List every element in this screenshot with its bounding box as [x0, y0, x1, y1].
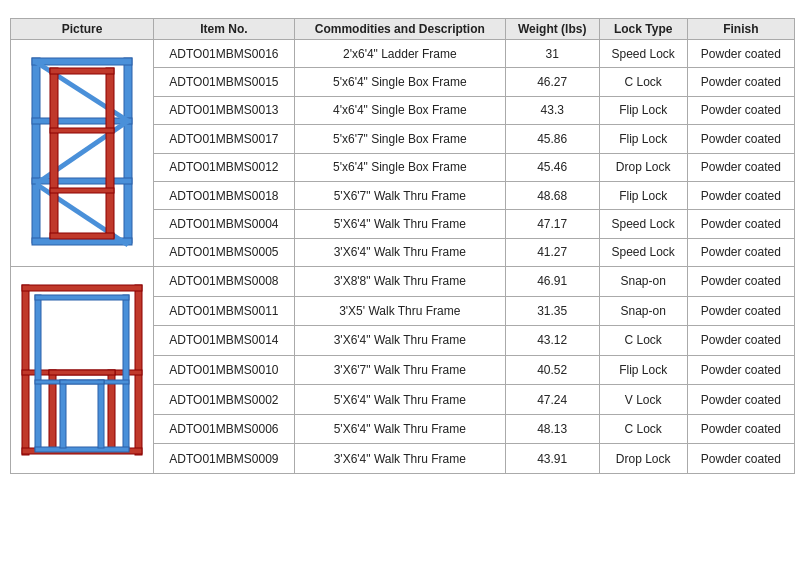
finish: Powder coated [687, 385, 794, 415]
finish: Powder coated [687, 267, 794, 297]
item-no: ADTO01MBMS0015 [154, 68, 295, 96]
lock-type: C Lock [599, 414, 687, 444]
svg-rect-11 [50, 68, 114, 74]
col-header-lock-type: Lock Type [599, 19, 687, 40]
item-no: ADTO01MBMS0012 [154, 153, 295, 181]
weight: 47.17 [505, 210, 599, 238]
weight: 40.52 [505, 355, 599, 385]
col-header-finish: Finish [687, 19, 794, 40]
lock-type: Snap-on [599, 296, 687, 326]
col-header-weight: Weight (lbs) [505, 19, 599, 40]
weight: 48.13 [505, 414, 599, 444]
weight: 45.86 [505, 125, 599, 153]
description: 3'X6'7" Walk Thru Frame [294, 355, 505, 385]
description: 3'X6'4" Walk Thru Frame [294, 326, 505, 356]
svg-rect-17 [22, 285, 142, 291]
svg-rect-0 [32, 58, 40, 243]
finish: Powder coated [687, 153, 794, 181]
item-no: ADTO01MBMS0014 [154, 326, 295, 356]
description: 3'X6'4" Walk Thru Frame [294, 238, 505, 266]
item-no: ADTO01MBMS0008 [154, 267, 295, 297]
description: 5'x6'4" Single Box Frame [294, 68, 505, 96]
finish: Powder coated [687, 68, 794, 96]
finish: Powder coated [687, 414, 794, 444]
lock-type: Flip Lock [599, 96, 687, 124]
svg-rect-26 [35, 447, 129, 452]
weight: 48.68 [505, 181, 599, 209]
description: 3'X8'8" Walk Thru Frame [294, 267, 505, 297]
finish: Powder coated [687, 181, 794, 209]
weight: 46.27 [505, 68, 599, 96]
lock-type: Flip Lock [599, 125, 687, 153]
finish: Powder coated [687, 238, 794, 266]
finish: Powder coated [687, 326, 794, 356]
item-no: ADTO01MBMS0011 [154, 296, 295, 326]
lock-type: C Lock [599, 326, 687, 356]
item-no: ADTO01MBMS0009 [154, 444, 295, 474]
lock-type: Speed Lock [599, 210, 687, 238]
lock-type: Drop Lock [599, 153, 687, 181]
description: 3'X5' Walk Thru Frame [294, 296, 505, 326]
finish: Powder coated [687, 40, 794, 68]
scaffold-table: Picture Item No. Commodities and Descrip… [10, 18, 795, 474]
lock-type: Flip Lock [599, 355, 687, 385]
finish: Powder coated [687, 125, 794, 153]
lock-type: C Lock [599, 68, 687, 96]
finish: Powder coated [687, 355, 794, 385]
description: 5'x6'4" Single Box Frame [294, 153, 505, 181]
description: 5'X6'4" Walk Thru Frame [294, 385, 505, 415]
description: 5'X6'7" Walk Thru Frame [294, 181, 505, 209]
col-header-picture: Picture [11, 19, 154, 40]
finish: Powder coated [687, 210, 794, 238]
svg-rect-22 [49, 370, 115, 375]
weight: 41.27 [505, 238, 599, 266]
weight: 31.35 [505, 296, 599, 326]
svg-rect-12 [50, 233, 114, 239]
description: 4'x6'4" Single Box Frame [294, 96, 505, 124]
weight: 45.46 [505, 153, 599, 181]
item-no: ADTO01MBMS0016 [154, 40, 295, 68]
lock-type: Drop Lock [599, 444, 687, 474]
svg-rect-23 [35, 295, 41, 450]
weight: 47.24 [505, 385, 599, 415]
svg-rect-10 [106, 68, 114, 238]
svg-rect-25 [35, 295, 129, 300]
col-header-item-no: Item No. [154, 19, 295, 40]
svg-rect-4 [32, 118, 132, 124]
description: 2'x6'4" Ladder Frame [294, 40, 505, 68]
svg-rect-24 [123, 295, 129, 450]
item-no: ADTO01MBMS0006 [154, 414, 295, 444]
svg-rect-28 [60, 380, 66, 448]
weight: 43.3 [505, 96, 599, 124]
lock-type: Speed Lock [599, 238, 687, 266]
svg-rect-14 [50, 188, 114, 193]
finish: Powder coated [687, 96, 794, 124]
weight: 46.91 [505, 267, 599, 297]
weight: 31 [505, 40, 599, 68]
weight: 43.91 [505, 444, 599, 474]
item-no: ADTO01MBMS0018 [154, 181, 295, 209]
svg-rect-29 [98, 380, 104, 448]
svg-rect-2 [32, 58, 132, 65]
item-no: ADTO01MBMS0017 [154, 125, 295, 153]
item-no: ADTO01MBMS0013 [154, 96, 295, 124]
svg-rect-13 [50, 128, 114, 133]
description: 5'X6'4" Walk Thru Frame [294, 210, 505, 238]
svg-rect-9 [50, 68, 58, 238]
finish: Powder coated [687, 444, 794, 474]
description: 3'X6'4" Walk Thru Frame [294, 444, 505, 474]
svg-rect-30 [60, 380, 104, 384]
lock-type: Snap-on [599, 267, 687, 297]
lock-type: Flip Lock [599, 181, 687, 209]
lock-type: Speed Lock [599, 40, 687, 68]
item-no: ADTO01MBMS0005 [154, 238, 295, 266]
finish: Powder coated [687, 296, 794, 326]
item-no: ADTO01MBMS0002 [154, 385, 295, 415]
item-no: ADTO01MBMS0004 [154, 210, 295, 238]
lock-type: V Lock [599, 385, 687, 415]
col-header-description: Commodities and Description [294, 19, 505, 40]
description: 5'x6'7" Single Box Frame [294, 125, 505, 153]
weight: 43.12 [505, 326, 599, 356]
picture-cell-2 [11, 267, 154, 474]
description: 5'X6'4" Walk Thru Frame [294, 414, 505, 444]
